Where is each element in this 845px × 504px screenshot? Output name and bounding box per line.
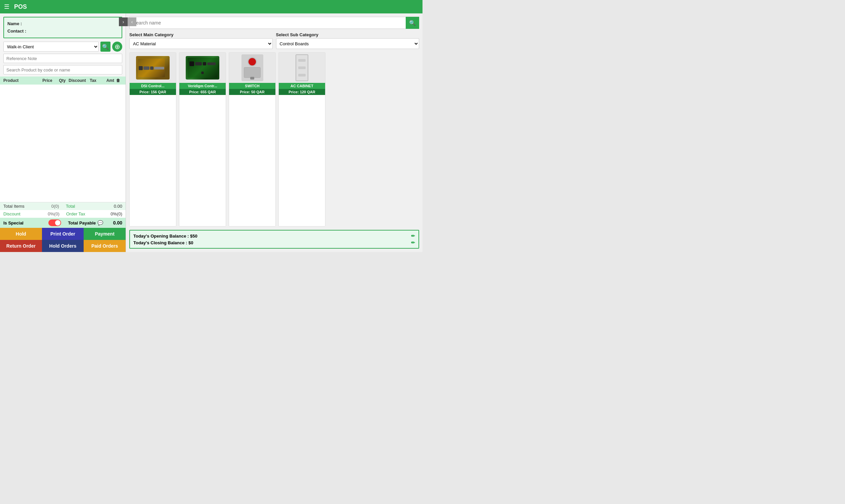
- product-image: [241, 54, 263, 81]
- col-price: Price: [39, 78, 56, 83]
- product-image-container: [279, 53, 325, 83]
- product-image: [136, 56, 170, 79]
- total-items-label: Total Items: [3, 204, 51, 209]
- products-grid: DSI Control... Price: 156 QAR Veridigm C…: [129, 52, 419, 227]
- app-title: POS: [14, 3, 27, 11]
- opening-balance-edit-icon[interactable]: ✏: [411, 233, 415, 238]
- product-image-container: [130, 53, 176, 83]
- balance-box: Today's Opening Balance : $50 ✏ Today's …: [129, 230, 419, 249]
- is-special-toggle[interactable]: [48, 219, 61, 226]
- total-payable-label: Total Payable 💬: [68, 220, 113, 226]
- hold-button[interactable]: Hold: [0, 228, 42, 240]
- app-header: ☰ POS: [0, 0, 422, 14]
- product-price: Price: 156 QAR: [130, 89, 176, 95]
- order-tax-label: Order Tax: [66, 211, 110, 216]
- category-row: Select Main Category AC Material Select …: [129, 32, 419, 49]
- hold-orders-button[interactable]: Hold Orders: [42, 240, 84, 252]
- product-image: [296, 54, 308, 81]
- table-header: Product Price Qty Discount Tax Amt 🗑: [0, 76, 126, 85]
- closing-balance-row: Today's Closing Balance : $0 ✏: [133, 240, 415, 245]
- add-client-button[interactable]: ⊕: [112, 42, 122, 52]
- main-category-label: Select Main Category: [129, 32, 273, 37]
- print-order-button[interactable]: Print Order: [42, 228, 84, 240]
- order-tax-value: 0%(0): [110, 211, 122, 216]
- total-payable-value: 0.00: [113, 220, 122, 226]
- col-product: Product: [3, 78, 39, 83]
- col-delete: 🗑: [114, 78, 122, 83]
- product-image-container: [179, 53, 226, 83]
- product-card-p3[interactable]: SWITCH Price: 50 QAR: [229, 52, 276, 227]
- sub-category-select[interactable]: Control Boards: [276, 38, 419, 49]
- totals-section: Total Items 0(0) Total 0.00 Discount 0%(…: [0, 202, 126, 228]
- sub-category-label: Select Sub Category: [276, 32, 419, 37]
- contact-label: Contact :: [7, 28, 118, 35]
- toggle-arrows: › ‹: [119, 17, 136, 26]
- closing-balance-edit-icon[interactable]: ✏: [411, 240, 415, 245]
- product-image-container: [229, 53, 275, 83]
- closing-balance-label: Today's Closing Balance : $0: [133, 240, 193, 245]
- name-contact-box: Name : Contact :: [3, 17, 122, 38]
- main-container: › ‹ Name : Contact : Walk-in Client 🔍 ⊕ …: [0, 14, 422, 252]
- discount-label: Discount: [3, 211, 48, 216]
- col-amt: Amt: [100, 78, 114, 83]
- total-label: Total: [66, 204, 114, 209]
- product-name: DSI Control...: [130, 83, 176, 89]
- product-name-search-input[interactable]: [129, 17, 406, 29]
- return-order-button[interactable]: Return Order: [0, 240, 42, 252]
- total-value: 0.00: [114, 204, 122, 209]
- client-row: Walk-in Client 🔍 ⊕: [3, 42, 122, 52]
- special-row: Is Special Total Payable 💬 0.00: [0, 218, 126, 228]
- product-name: AC CABINET: [279, 83, 325, 89]
- search-client-button[interactable]: 🔍: [100, 42, 110, 52]
- main-category-group: Select Main Category AC Material: [129, 32, 273, 49]
- discount-value: 0%(0): [48, 211, 59, 216]
- product-search-input[interactable]: [3, 65, 122, 74]
- search-row: 🔍: [129, 17, 419, 29]
- menu-icon[interactable]: ☰: [4, 3, 10, 11]
- product-price: Price: 655 QAR: [179, 89, 226, 95]
- paid-orders-button[interactable]: Paid Orders: [84, 240, 126, 252]
- product-search-button[interactable]: 🔍: [406, 17, 419, 29]
- client-select[interactable]: Walk-in Client: [3, 42, 99, 52]
- left-panel: › ‹ Name : Contact : Walk-in Client 🔍 ⊕ …: [0, 14, 126, 252]
- opening-balance-row: Today's Opening Balance : $50 ✏: [133, 233, 415, 238]
- product-name: Veridigm Contr...: [179, 83, 226, 89]
- total-items-row: Total Items 0(0) Total 0.00: [0, 202, 126, 210]
- toggle-left-btn[interactable]: ‹: [127, 17, 136, 26]
- total-items-value: 0(0): [51, 204, 59, 209]
- bottom-buttons: Hold Print Order Payment Return Order Ho…: [0, 228, 126, 252]
- col-discount: Discount: [69, 78, 86, 83]
- reference-note-input[interactable]: [3, 54, 122, 63]
- delete-icon: 🗑: [116, 78, 120, 83]
- is-special-label: Is Special: [3, 220, 48, 226]
- product-price: Price: 120 QAR: [279, 89, 325, 95]
- discount-row: Discount 0%(0) Order Tax 0%(0): [0, 210, 126, 218]
- col-tax: Tax: [86, 78, 100, 83]
- product-card-p1[interactable]: DSI Control... Price: 156 QAR: [129, 52, 176, 227]
- toggle-right-btn[interactable]: ›: [119, 17, 127, 26]
- opening-balance-label: Today's Opening Balance : $50: [133, 234, 197, 238]
- product-card-p4[interactable]: AC CABINET Price: 120 QAR: [278, 52, 325, 227]
- right-panel: 🔍 Select Main Category AC Material Selec…: [126, 14, 422, 252]
- main-category-select[interactable]: AC Material: [129, 38, 273, 49]
- order-table-body: [0, 85, 126, 202]
- col-qty: Qty: [56, 78, 69, 83]
- sub-category-group: Select Sub Category Control Boards: [276, 32, 419, 49]
- product-name: SWITCH: [229, 83, 275, 89]
- product-card-p2[interactable]: Veridigm Contr... Price: 655 QAR: [179, 52, 226, 227]
- chat-icon: 💬: [98, 220, 103, 226]
- payment-button[interactable]: Payment: [84, 228, 126, 240]
- product-price: Price: 50 QAR: [229, 89, 275, 95]
- name-label: Name :: [7, 20, 118, 28]
- product-image: [186, 56, 219, 79]
